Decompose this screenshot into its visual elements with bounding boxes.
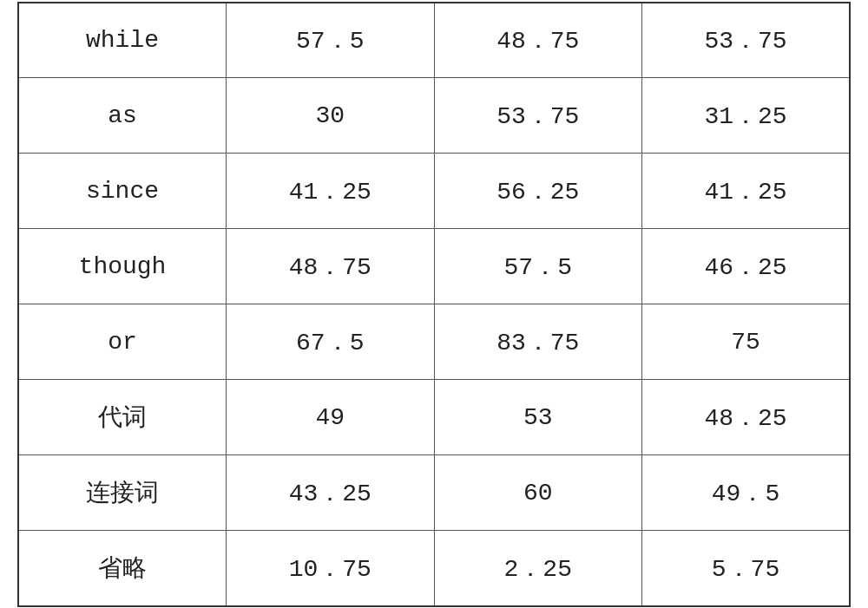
table-row: 省略10．752．255．75 (18, 531, 850, 606)
row-col3: 75 (642, 304, 851, 380)
row-col3: 31．25 (642, 78, 851, 154)
row-label: 连接词 (18, 455, 227, 531)
table-row: 连接词43．256049．5 (18, 455, 850, 531)
row-label: or (18, 304, 227, 380)
row-col2: 57．5 (434, 229, 642, 304)
row-col1: 57．5 (227, 3, 435, 78)
table-row: since41．2556．2541．25 (18, 154, 850, 229)
data-table: while57．548．7553．75as3053．7531．25since41… (17, 2, 851, 607)
row-col1: 43．25 (227, 455, 435, 531)
row-label: as (18, 78, 227, 154)
row-label: 省略 (18, 531, 227, 606)
row-col1: 67．5 (227, 304, 435, 380)
row-col3: 41．25 (642, 154, 851, 229)
row-col1: 48．75 (227, 229, 435, 304)
table-row: 代词495348．25 (18, 380, 850, 455)
row-col1: 30 (227, 78, 435, 154)
row-col1: 10．75 (227, 531, 435, 606)
row-col1: 41．25 (227, 154, 435, 229)
row-col2: 2．25 (434, 531, 642, 606)
row-col2: 56．25 (434, 154, 642, 229)
row-col2: 53．75 (434, 78, 642, 154)
table-row: or67．583．7575 (18, 304, 850, 380)
row-label: 代词 (18, 380, 227, 455)
row-col3: 5．75 (642, 531, 851, 606)
row-label: since (18, 154, 227, 229)
row-label: while (18, 3, 227, 78)
row-col2: 83．75 (434, 304, 642, 380)
row-col2: 53 (434, 380, 642, 455)
row-col3: 53．75 (642, 3, 851, 78)
main-table-container: while57．548．7553．75as3053．7531．25since41… (17, 2, 851, 607)
table-row: as3053．7531．25 (18, 78, 850, 154)
row-col3: 46．25 (642, 229, 851, 304)
row-col3: 49．5 (642, 455, 851, 531)
row-col2: 60 (434, 455, 642, 531)
row-col2: 48．75 (434, 3, 642, 78)
table-row: though48．7557．546．25 (18, 229, 850, 304)
row-col3: 48．25 (642, 380, 851, 455)
table-row: while57．548．7553．75 (18, 3, 850, 78)
row-label: though (18, 229, 227, 304)
row-col1: 49 (227, 380, 435, 455)
